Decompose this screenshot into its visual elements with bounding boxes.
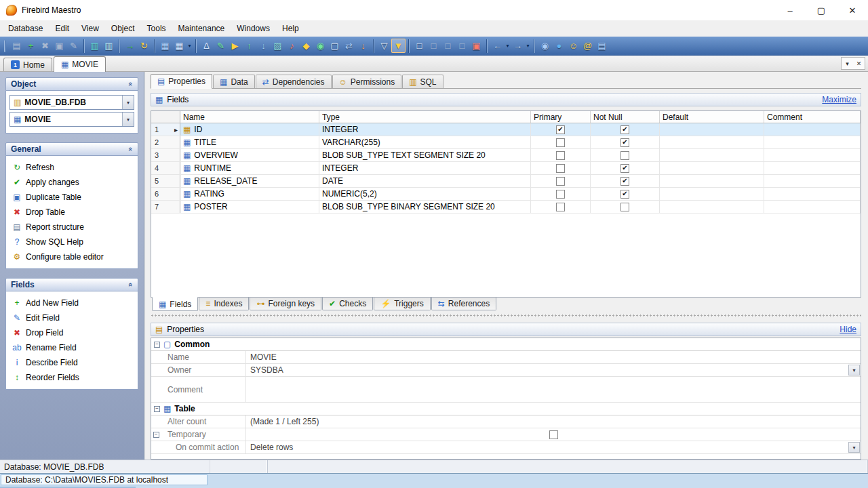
maximize-button[interactable]: ▢ <box>806 0 837 20</box>
page-tab-home[interactable]: 1Home <box>3 58 52 71</box>
customer-area-icon[interactable]: ☺ <box>566 39 580 53</box>
tab-list-dropdown-button[interactable]: ▾ <box>842 58 853 69</box>
register-database-icon[interactable]: ▥ <box>87 39 102 53</box>
export-data-icon[interactable]: ↑ <box>242 39 256 53</box>
column-header-not-null[interactable]: Not Null <box>591 111 660 123</box>
menu-edit[interactable]: Edit <box>49 20 75 37</box>
property-group-common[interactable]: −▢Common <box>151 338 861 351</box>
field-row-release_date[interactable]: 5▦RELEASE_DATEDATE✔ <box>151 175 861 188</box>
task-describe-field[interactable]: iDescribe Field <box>9 355 134 370</box>
navigate-forward-icon[interactable]: → <box>511 39 525 53</box>
toolbar-grip[interactable] <box>4 40 6 52</box>
tab-properties[interactable]: ▤Properties <box>151 74 212 89</box>
column-header-comment[interactable]: Comment <box>764 111 861 123</box>
not-null-checkbox[interactable]: ✔ <box>620 190 629 199</box>
filter-icon[interactable]: ▽ <box>377 39 391 53</box>
field-row-title[interactable]: 2▦TITLEVARCHAR(255)✔ <box>151 136 861 149</box>
homepage-icon[interactable]: ◉ <box>538 39 552 53</box>
page-tab-movie[interactable]: ▦MOVIE <box>54 56 106 72</box>
task-duplicate-table[interactable]: ▣Duplicate Table <box>9 190 134 205</box>
refresh-objects-icon[interactable]: ↻ <box>137 39 151 53</box>
tab-permissions[interactable]: ☺Permissions <box>332 75 402 88</box>
field-row-overview[interactable]: 3▦OVERVIEWBLOB SUB_TYPE TEXT SEGMENT SIZ… <box>151 149 861 162</box>
primary-checkbox[interactable] <box>556 164 565 173</box>
sort-and-filter-icon[interactable]: ▼ <box>391 39 406 53</box>
technical-support-icon[interactable]: ▤ <box>595 39 609 53</box>
group-expander-icon[interactable]: − <box>154 342 160 348</box>
primary-checkbox[interactable]: ✔ <box>556 125 565 134</box>
menu-view[interactable]: View <box>75 20 105 37</box>
sql-editor-icon[interactable]: ✎ <box>214 39 228 53</box>
column-header-default[interactable]: Default <box>660 111 764 123</box>
not-null-checkbox[interactable]: ✔ <box>620 125 629 134</box>
menu-object[interactable]: Object <box>105 20 141 37</box>
database-selector[interactable]: ▥MOVIE_DB.FDB▾ <box>9 95 134 110</box>
not-null-checkbox[interactable]: ✔ <box>620 177 629 186</box>
collapse-chevron-icon[interactable]: « <box>127 283 135 287</box>
connect-to-database-icon[interactable]: → <box>123 39 137 53</box>
on-commit-action-dropdown-button[interactable]: ▾ <box>848 442 860 453</box>
table-selector-dropdown-button[interactable]: ▾ <box>122 113 134 126</box>
temporary-expander-icon[interactable]: − <box>153 432 159 438</box>
property-value-on-commit-action[interactable]: Delete rows▾ <box>246 441 861 453</box>
fields-panel-header[interactable]: Fields « <box>5 278 138 291</box>
diagram-designer-icon[interactable]: ∆ <box>199 39 214 53</box>
subtab-fields[interactable]: ▦Fields <box>152 297 198 311</box>
property-group-table[interactable]: −▦Table <box>151 403 861 415</box>
subtab-references[interactable]: ⇆References <box>431 298 496 310</box>
tab-dependencies[interactable]: ⇄Dependencies <box>256 75 332 88</box>
primary-checkbox[interactable] <box>556 151 565 160</box>
column-header-type[interactable]: Type <box>319 111 531 123</box>
task-show-sql-help[interactable]: ?Show SQL Help <box>9 235 134 249</box>
group-expander-icon[interactable]: − <box>154 406 160 412</box>
field-row-runtime[interactable]: 4▦RUNTIMEINTEGER✔ <box>151 162 861 175</box>
menu-windows[interactable]: Windows <box>231 20 276 37</box>
field-row-id[interactable]: 1▸▦IDINTEGER✔✔ <box>151 123 861 136</box>
navigate-back-dropdown-icon[interactable]: ▾ <box>505 43 511 49</box>
temporary-checkbox[interactable] <box>549 430 558 439</box>
primary-checkbox[interactable] <box>556 190 565 199</box>
horizontal-splitter[interactable] <box>151 312 861 319</box>
menu-database[interactable]: Database <box>2 20 49 37</box>
task-report-structure[interactable]: ▤Report structure <box>9 220 134 235</box>
object-browser-dropdown-icon[interactable]: ▾ <box>186 43 193 49</box>
not-null-checkbox[interactable] <box>620 151 629 160</box>
task-add-new-field[interactable]: +Add New Field <box>9 296 134 310</box>
data-transfer-icon[interactable]: ⇄ <box>342 39 356 53</box>
property-value-owner[interactable]: SYSDBA▾ <box>246 364 861 376</box>
collapse-chevron-icon[interactable]: « <box>127 82 135 86</box>
subtab-foreign-keys[interactable]: ⊶Foreign keys <box>250 298 321 310</box>
create-table-icon[interactable]: ▦ <box>158 39 172 53</box>
column-header-primary[interactable]: Primary <box>531 111 591 123</box>
navigate-back-icon[interactable]: ← <box>490 39 505 53</box>
not-null-checkbox[interactable] <box>620 203 629 211</box>
image-viewer-icon[interactable]: ▧ <box>271 39 285 53</box>
new-window-icon[interactable]: □ <box>412 39 427 53</box>
create-database-icon[interactable]: + <box>24 39 38 53</box>
collapse-chevron-icon[interactable]: « <box>127 147 135 151</box>
tab-data[interactable]: ▦Data <box>213 75 255 88</box>
object-browser-icon[interactable]: ▦ <box>172 39 186 53</box>
close-button[interactable]: ✕ <box>837 0 868 20</box>
menu-tools[interactable]: Tools <box>141 20 172 37</box>
hide-link[interactable]: Hide <box>840 325 856 334</box>
blob-viewer-icon[interactable]: ◉ <box>313 39 328 53</box>
server-monitor-icon[interactable]: ▢ <box>328 39 342 53</box>
menu-maintenance[interactable]: Maintenance <box>172 20 231 37</box>
task-drop-field[interactable]: ✖Drop Field <box>9 325 134 340</box>
task-drop-table[interactable]: ✖Drop Table <box>9 205 134 220</box>
subtab-triggers[interactable]: ⚡Triggers <box>374 298 431 310</box>
task-configure-table-editor[interactable]: ⚙Configure table editor <box>9 249 134 264</box>
subtab-indexes[interactable]: ≡Indexes <box>199 298 249 310</box>
tab-sql[interactable]: ▥SQL <box>402 75 443 88</box>
primary-checkbox[interactable] <box>556 177 565 186</box>
task-rename-field[interactable]: abRename Field <box>9 340 134 355</box>
task-reorder-fields[interactable]: ↕Reorder Fields <box>9 370 134 385</box>
sound-player-icon[interactable]: ♪ <box>285 39 299 53</box>
primary-checkbox[interactable] <box>556 138 565 147</box>
package-manager-icon[interactable]: ◆ <box>299 39 313 53</box>
minimize-button[interactable]: – <box>774 0 806 20</box>
general-panel-header[interactable]: General « <box>5 142 138 156</box>
object-panel-header[interactable]: Object « <box>5 77 138 91</box>
import-data-icon[interactable]: ↓ <box>256 39 271 53</box>
